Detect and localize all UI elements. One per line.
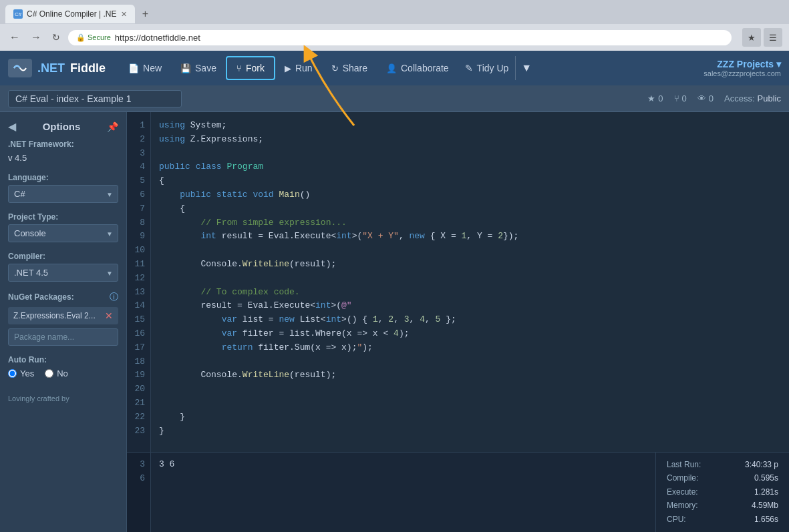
editor-meta: ★ 0 ⑂ 0 👁 0 Access: Public (647, 93, 781, 103)
tidy-dropdown-button[interactable]: ▼ (515, 56, 537, 80)
output-area: 3 6 3 6 Last Run: 3:40:33 p Compile: 0.5… (127, 452, 789, 532)
lovingly-crafted-text: Lovingly crafted by (8, 394, 69, 403)
tab-favicon: C# (13, 9, 23, 19)
compile-label: Compile: (667, 471, 698, 485)
save-button[interactable]: 💾 Save (171, 56, 226, 80)
fork-button[interactable]: ⑂ Fork (226, 56, 275, 80)
nuget-search-input[interactable] (8, 328, 118, 346)
logo-icon (8, 59, 32, 77)
new-button[interactable]: 📄 New (119, 56, 171, 80)
new-icon: 📄 (128, 63, 139, 73)
browser-action-1[interactable]: ★ (742, 28, 761, 47)
share-button[interactable]: ↻ Share (322, 56, 377, 80)
nuget-package-item: Z.Expressions.Eval 2... ✕ (8, 307, 118, 324)
stars-count: ★ 0 (647, 93, 663, 103)
refresh-icon[interactable]: ↻ (49, 31, 63, 44)
share-icon: ↻ (331, 63, 339, 73)
project-type-select[interactable]: Console MVC Script (8, 224, 118, 242)
user-email: sales@zzzprojects.com (703, 69, 781, 77)
nuget-package-name: Z.Expressions.Eval 2... (13, 311, 96, 320)
collaborate-icon: 👤 (386, 63, 397, 73)
project-type-section: Project Type: Console MVC Script ▼ (8, 212, 118, 242)
compiler-section: Compiler: .NET 4.5 .NET 3.5 .NET 2.0 ▼ (8, 252, 118, 282)
forward-icon[interactable]: → (28, 30, 44, 45)
compiler-select[interactable]: .NET 4.5 .NET 3.5 .NET 2.0 (8, 264, 118, 282)
language-select[interactable]: C# VB.NET F# (8, 185, 118, 203)
browser-chrome: C# C# Online Compiler | .NE ✕ + ← → ↻ Se… (0, 0, 789, 51)
editor-titlebar: ★ 0 ⑂ 0 👁 0 Access: Public (0, 85, 789, 112)
last-run-label: Last Run: (667, 458, 701, 471)
fork-count-icon: ⑂ (674, 93, 679, 103)
app-toolbar: .NET Fiddle 📄 New 💾 Save ⑂ Fork ▶ Run ↻ … (0, 51, 789, 85)
memory-value: 4.59Mb (752, 499, 778, 512)
sidebar-collapse-icon[interactable]: ◀ (8, 120, 16, 133)
last-run-value: 3:40:33 p (745, 458, 778, 471)
user-name[interactable]: ZZZ Projects ▾ (717, 59, 781, 69)
access-info: Access: Public (724, 93, 781, 103)
auto-run-label: Auto Run: (8, 355, 118, 364)
radio-group: Yes No (8, 368, 118, 378)
tidy-icon: ✎ (465, 63, 473, 73)
sidebar-header: ◀ Options 📌 (8, 120, 118, 133)
collaborate-button[interactable]: 👤 Collaborate (377, 56, 458, 80)
code-editor: 12345 678910 1112131415 1617181920 21222… (127, 112, 789, 452)
access-label: Access: (724, 93, 755, 103)
nuget-label: NuGet Packages: (8, 292, 74, 302)
browser-action-2[interactable]: ☰ (764, 28, 782, 47)
new-tab-button[interactable]: + (138, 6, 154, 22)
address-input[interactable]: Secure https://dotnetfiddle.net (68, 30, 732, 45)
sidebar: ◀ Options 📌 .NET Framework: v 4.5 Langua… (0, 112, 127, 532)
nuget-info-icon[interactable]: ⓘ (110, 291, 118, 303)
execute-label: Execute: (667, 485, 698, 499)
memory-label: Memory: (667, 499, 698, 512)
fork-icon: ⑂ (236, 63, 242, 73)
run-button[interactable]: ▶ Run (275, 56, 322, 80)
output-line-numbers: 3 6 (127, 453, 151, 532)
main-content: ◀ Options 📌 .NET Framework: v 4.5 Langua… (0, 112, 789, 532)
nuget-remove-icon[interactable]: ✕ (105, 310, 113, 321)
compiler-label: Compiler: (8, 252, 118, 261)
line-numbers: 12345 678910 1112131415 1617181920 21222… (127, 112, 151, 452)
sidebar-title: Options (43, 121, 81, 132)
run-icon: ▶ (285, 63, 291, 73)
output-content: 3 6 (151, 453, 655, 532)
auto-run-section: Auto Run: Yes No (8, 355, 118, 378)
cpu-label: CPU: (667, 513, 686, 526)
framework-value: v 4.5 (8, 153, 27, 163)
project-type-label: Project Type: (8, 212, 118, 222)
language-label: Language: (8, 173, 118, 182)
save-icon: 💾 (180, 63, 191, 73)
app-logo: .NET Fiddle (8, 59, 106, 77)
code-content[interactable]: using System; using Z.Expressions; publi… (151, 112, 789, 452)
tab-close-icon[interactable]: ✕ (121, 10, 127, 19)
views-icon: 👁 (697, 93, 706, 103)
editor-title-input[interactable] (8, 90, 182, 107)
views-count: 👁 0 (697, 93, 714, 103)
access-value: Public (758, 93, 781, 103)
tidy-group: ✎ Tidy Up ▼ (458, 56, 538, 80)
forks-count: ⑂ 0 (674, 93, 687, 103)
output-stats: Last Run: 3:40:33 p Compile: 0.595s Exec… (655, 453, 789, 532)
star-icon: ★ (647, 93, 655, 103)
browser-tab: C# C# Online Compiler | .NE ✕ (5, 5, 135, 23)
secure-badge: Secure (76, 33, 111, 42)
execute-value: 1.281s (754, 485, 778, 499)
nuget-section: NuGet Packages: ⓘ Z.Expressions.Eval 2..… (8, 291, 118, 346)
url-display: https://dotnetfiddle.net (115, 33, 200, 43)
cpu-value: 1.656s (754, 513, 778, 526)
framework-section: .NET Framework: v 4.5 (8, 140, 118, 164)
user-info: ZZZ Projects ▾ sales@zzzprojects.com (703, 59, 781, 77)
auto-run-no-radio[interactable]: No (45, 368, 68, 378)
language-section: Language: C# VB.NET F# ▼ (8, 173, 118, 203)
tidy-button[interactable]: ✎ Tidy Up (458, 56, 516, 80)
framework-label: .NET Framework: (8, 140, 118, 149)
auto-run-yes-radio[interactable]: Yes (8, 368, 34, 378)
browser-tab-bar: C# C# Online Compiler | .NE ✕ + (0, 0, 789, 24)
browser-address-bar: ← → ↻ Secure https://dotnetfiddle.net ★ … (0, 24, 789, 51)
compile-value: 0.595s (754, 471, 778, 485)
tab-title: C# Online Compiler | .NE (27, 9, 117, 19)
sidebar-pin-icon[interactable]: 📌 (107, 121, 118, 132)
back-icon[interactable]: ← (7, 30, 23, 45)
